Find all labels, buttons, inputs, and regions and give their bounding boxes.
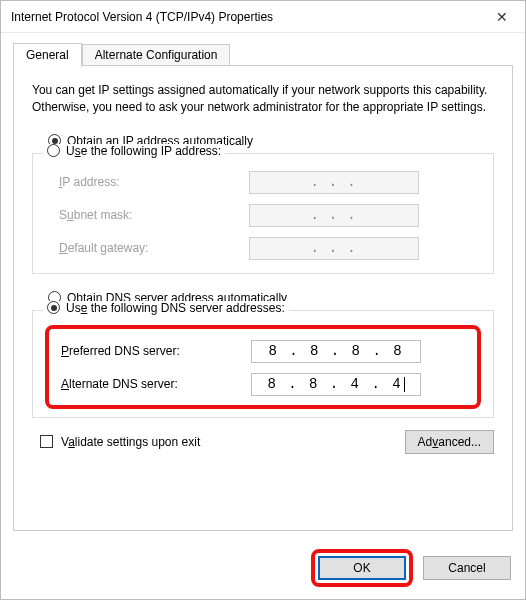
titlebar: Internet Protocol Version 4 (TCP/IPv4) P… — [1, 1, 525, 33]
advanced-button-label: Advanced... — [418, 435, 481, 449]
label-alternate-dns: Alternate DNS server: — [61, 377, 251, 391]
radio-dns-manual-label: Use the following DNS server addresses: — [66, 301, 285, 315]
checkbox-validate-label: Validate settings upon exit — [61, 435, 200, 449]
group-ip-manual: Use the following IP address: IP address… — [32, 153, 494, 274]
tab-page-general: You can get IP settings assigned automat… — [13, 65, 513, 531]
ok-button[interactable]: OK — [318, 556, 406, 580]
radio-ip-manual-label: Use the following IP address: — [66, 144, 221, 158]
radio-ip-manual[interactable]: Use the following IP address: — [43, 144, 225, 158]
advanced-button[interactable]: Advanced... — [405, 430, 494, 454]
input-ip-address: ... — [249, 171, 419, 194]
input-subnet-mask: ... — [249, 204, 419, 227]
input-preferred-dns[interactable]: 8 . 8 . 8 . 8 — [251, 340, 421, 363]
bottom-row: Validate settings upon exit Advanced... — [32, 430, 494, 454]
cancel-button[interactable]: Cancel — [423, 556, 511, 580]
tab-alternate[interactable]: Alternate Configuration — [82, 44, 231, 66]
input-alternate-dns[interactable]: 8 . 8 . 4 . 4 — [251, 373, 421, 396]
tab-general[interactable]: General — [13, 43, 82, 67]
description-text: You can get IP settings assigned automat… — [32, 82, 494, 117]
label-subnet-mask: Subnet mask: — [59, 208, 249, 222]
input-default-gateway: ... — [249, 237, 419, 260]
dialog-footer: OK Cancel — [1, 539, 525, 599]
group-dns-manual: Use the following DNS server addresses: … — [32, 310, 494, 418]
label-default-gateway: Default gateway: — [59, 241, 249, 255]
content-area: General Alternate Configuration You can … — [1, 33, 525, 539]
window-title: Internet Protocol Version 4 (TCP/IPv4) P… — [11, 10, 479, 24]
dialog-window: Internet Protocol Version 4 (TCP/IPv4) P… — [0, 0, 526, 600]
close-icon[interactable]: ✕ — [479, 1, 525, 33]
highlight-dns-fields: Preferred DNS server: 8 . 8 . 8 . 8 Alte… — [45, 325, 481, 409]
label-ip-address: IP address: — [59, 175, 249, 189]
checkbox-validate[interactable]: Validate settings upon exit — [32, 435, 200, 449]
tab-strip: General Alternate Configuration — [13, 43, 513, 66]
checkbox-icon — [40, 435, 53, 448]
label-preferred-dns: Preferred DNS server: — [61, 344, 251, 358]
radio-icon — [47, 144, 60, 157]
radio-dns-manual[interactable]: Use the following DNS server addresses: — [43, 301, 289, 315]
highlight-ok: OK — [311, 549, 413, 587]
radio-icon — [47, 301, 60, 314]
